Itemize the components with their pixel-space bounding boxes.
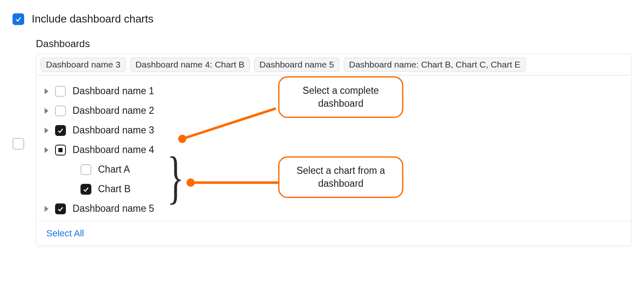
dropdown-panel: Select a complete dashboard Select a cha… xyxy=(36,75,631,246)
tree-checkbox[interactable] xyxy=(55,105,66,116)
tree-row[interactable]: Dashboard name 5 xyxy=(36,199,631,218)
tree-checkbox[interactable] xyxy=(55,203,66,214)
chevron-right-icon[interactable] xyxy=(45,147,48,153)
check-icon xyxy=(57,127,64,134)
tree-label: Dashboard name 2 xyxy=(73,105,154,116)
tree-label: Dashboard name 5 xyxy=(73,203,154,214)
tag-item[interactable]: Dashboard name 4: Chart B xyxy=(130,58,250,72)
check-icon xyxy=(57,205,64,213)
tree-checkbox[interactable] xyxy=(80,164,91,175)
check-icon xyxy=(82,186,90,193)
tree-checkbox-indeterminate[interactable] xyxy=(55,145,66,156)
dashboards-label: Dashboards xyxy=(36,38,631,50)
tree-label: Chart B xyxy=(98,183,131,195)
brace-icon: } xyxy=(167,148,184,206)
tree-checkbox[interactable] xyxy=(80,184,91,195)
chevron-right-icon[interactable] xyxy=(45,128,48,133)
tree-label: Chart A xyxy=(98,164,130,175)
select-all-link[interactable]: Select All xyxy=(46,228,84,238)
check-icon xyxy=(15,15,22,23)
section-checkbox[interactable] xyxy=(13,138,24,150)
tag-item[interactable]: Dashboard name 5 xyxy=(254,58,340,72)
annotation-text: Select a chart from a dashboard xyxy=(297,165,385,189)
tree-label: Dashboard name 1 xyxy=(73,85,154,97)
annotation-complete: Select a complete dashboard xyxy=(278,76,403,118)
tree-label: Dashboard name 4 xyxy=(73,144,154,156)
annotation-connector xyxy=(191,181,279,184)
tree-checkbox[interactable] xyxy=(55,125,66,136)
dashboard-tree: Select a complete dashboard Select a cha… xyxy=(36,81,631,218)
include-dashboard-label: Include dashboard charts xyxy=(32,13,153,25)
tag-item[interactable]: Dashboard name: Chart B, Chart C, Chart … xyxy=(344,58,526,72)
annotation-text: Select a complete dashboard xyxy=(303,85,379,109)
tree-row[interactable]: Dashboard name 3 xyxy=(36,120,631,140)
include-dashboard-checkbox[interactable] xyxy=(13,13,24,25)
annotation-chart: Select a chart from a dashboard xyxy=(278,156,403,198)
selected-tags-input[interactable]: Dashboard name 3 Dashboard name 4: Chart… xyxy=(36,54,631,75)
tree-checkbox[interactable] xyxy=(55,86,66,97)
tag-item[interactable]: Dashboard name 3 xyxy=(40,58,126,72)
chevron-right-icon[interactable] xyxy=(45,108,48,114)
chevron-right-icon[interactable] xyxy=(45,88,48,94)
tree-label: Dashboard name 3 xyxy=(73,125,154,136)
chevron-right-icon[interactable] xyxy=(45,206,48,212)
